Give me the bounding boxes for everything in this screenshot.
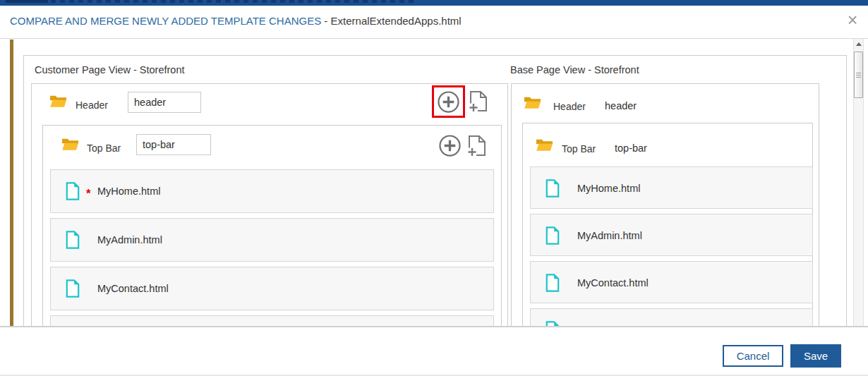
right-panel-title: Base Page View - Storefront bbox=[510, 64, 639, 75]
add-section-icon[interactable] bbox=[437, 90, 460, 114]
folder-open-icon bbox=[49, 94, 67, 108]
file-icon bbox=[545, 226, 560, 245]
left-accent-bar bbox=[10, 40, 13, 326]
header-label: Header bbox=[76, 99, 108, 111]
file-row[interactable]: MyAdmin.html bbox=[50, 218, 494, 262]
folder-open-icon bbox=[524, 95, 541, 109]
file-name: MyHome.html bbox=[577, 183, 640, 194]
topbar-label: Top Bar bbox=[87, 142, 121, 154]
vertical-scrollbar[interactable] bbox=[853, 39, 864, 326]
header-value: header bbox=[605, 100, 637, 111]
file-icon bbox=[66, 182, 80, 200]
folder-open-icon bbox=[536, 138, 553, 152]
highlight-red-box bbox=[432, 85, 465, 118]
file-icon bbox=[66, 231, 80, 249]
scrollbar-thumb[interactable] bbox=[854, 51, 863, 98]
file-icon bbox=[66, 279, 80, 298]
header-name-input[interactable] bbox=[128, 92, 201, 113]
file-row[interactable]: MyHelp.html bbox=[530, 308, 813, 326]
header-label: Header bbox=[553, 101, 586, 112]
file-row[interactable]: MyHelp.html bbox=[50, 315, 494, 326]
scrollbar-up-arrow-icon[interactable] bbox=[854, 39, 863, 50]
right-topbar-section: Top Bar top-bar MyHome.html MyAdmin.html bbox=[522, 123, 813, 326]
dialog-title-filename: - ExternalExtendedApps.html bbox=[321, 15, 461, 27]
save-button[interactable]: Save bbox=[790, 344, 841, 368]
background-app-strip bbox=[0, 0, 868, 6]
file-name: MyContact.html bbox=[97, 283, 169, 294]
add-page-icon[interactable] bbox=[469, 90, 488, 112]
compare-container: Customer Page View - Storefront Header bbox=[23, 55, 847, 326]
close-icon[interactable]: × bbox=[843, 10, 862, 30]
add-page-icon[interactable] bbox=[468, 135, 486, 157]
topbar-value: top-bar bbox=[615, 142, 647, 154]
background-app-strip-text bbox=[6, 0, 48, 3]
file-icon bbox=[545, 321, 560, 326]
file-name: MyAdmin.html bbox=[577, 230, 642, 241]
dialog-content: Customer Page View - Storefront Header bbox=[0, 39, 868, 326]
dialog-title-main: COMPARE AND MERGE NEWLY ADDED TEMPLATE C… bbox=[10, 15, 321, 27]
background-app-strip-text2 bbox=[51, 0, 414, 3]
file-name: MyContact.html bbox=[577, 277, 649, 289]
add-section-icon[interactable] bbox=[438, 134, 462, 157]
dialog-title-bar: COMPARE AND MERGE NEWLY ADDED TEMPLATE C… bbox=[0, 6, 868, 39]
file-icon bbox=[545, 274, 560, 292]
left-header-section: Header Top Bar bbox=[31, 83, 508, 326]
file-row[interactable]: * MyHome.html bbox=[50, 169, 494, 213]
dialog-footer: Cancel Save bbox=[0, 326, 868, 376]
topbar-name-input[interactable] bbox=[136, 134, 211, 155]
file-name: MyAdmin.html bbox=[97, 234, 162, 245]
file-row[interactable]: MyContact.html bbox=[530, 261, 813, 303]
file-name: MyHome.html bbox=[97, 186, 160, 197]
file-row[interactable]: MyContact.html bbox=[50, 267, 494, 310]
dialog-title: COMPARE AND MERGE NEWLY ADDED TEMPLATE C… bbox=[10, 15, 462, 27]
topbar-label: Top Bar bbox=[562, 143, 596, 154]
cancel-button[interactable]: Cancel bbox=[723, 345, 783, 367]
folder-open-icon bbox=[61, 137, 79, 151]
file-row[interactable]: MyHome.html bbox=[530, 166, 813, 209]
right-header-section: Header header Top Bar top-bar MyHome.htm… bbox=[511, 83, 819, 326]
file-row[interactable]: MyAdmin.html bbox=[530, 214, 813, 256]
file-icon bbox=[545, 179, 560, 198]
left-panel-title: Customer Page View - Storefront bbox=[35, 64, 185, 75]
modified-marker: * bbox=[86, 187, 91, 201]
left-topbar-section: Top Bar * M bbox=[42, 125, 502, 326]
